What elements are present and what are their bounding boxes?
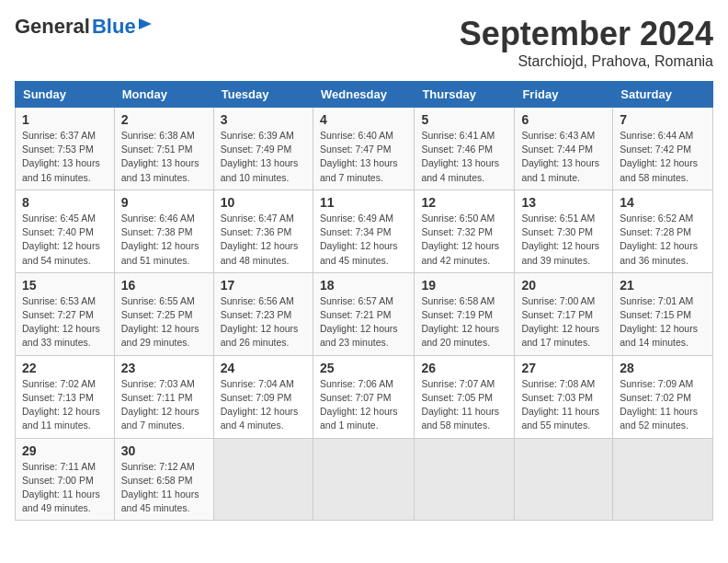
header-wednesday: Wednesday bbox=[313, 82, 414, 108]
day-cell: 11Sunrise: 6:49 AM Sunset: 7:34 PM Dayli… bbox=[313, 190, 414, 272]
week-row-4: 22Sunrise: 7:02 AM Sunset: 7:13 PM Dayli… bbox=[16, 355, 713, 438]
day-info: Sunrise: 7:04 AM Sunset: 7:09 PM Dayligh… bbox=[221, 377, 306, 433]
day-number: 25 bbox=[320, 361, 407, 375]
day-number: 10 bbox=[221, 195, 306, 210]
day-cell: 9Sunrise: 6:46 AM Sunset: 7:38 PM Daylig… bbox=[114, 190, 213, 272]
day-cell bbox=[415, 438, 515, 521]
day-number: 9 bbox=[121, 195, 207, 210]
day-cell: 8Sunrise: 6:45 AM Sunset: 7:40 PM Daylig… bbox=[16, 190, 115, 272]
day-number: 26 bbox=[421, 361, 507, 375]
day-info: Sunrise: 6:50 AM Sunset: 7:32 PM Dayligh… bbox=[421, 212, 507, 268]
day-cell: 14Sunrise: 6:52 AM Sunset: 7:28 PM Dayli… bbox=[613, 190, 713, 272]
day-info: Sunrise: 7:01 AM Sunset: 7:15 PM Dayligh… bbox=[620, 294, 706, 350]
day-info: Sunrise: 6:40 AM Sunset: 7:47 PM Dayligh… bbox=[320, 129, 407, 185]
day-number: 11 bbox=[320, 195, 407, 210]
month-title: September 2024 bbox=[460, 15, 713, 53]
header-friday: Friday bbox=[515, 82, 613, 108]
day-number: 22 bbox=[22, 361, 108, 375]
day-number: 16 bbox=[121, 278, 207, 293]
day-number: 23 bbox=[121, 361, 207, 375]
day-info: Sunrise: 7:00 AM Sunset: 7:17 PM Dayligh… bbox=[521, 294, 606, 350]
title-block: September 2024 Starchiojd, Prahova, Roma… bbox=[460, 15, 713, 70]
week-row-2: 8Sunrise: 6:45 AM Sunset: 7:40 PM Daylig… bbox=[16, 190, 713, 272]
day-cell: 4Sunrise: 6:40 AM Sunset: 7:47 PM Daylig… bbox=[313, 108, 414, 190]
header-sunday: Sunday bbox=[16, 82, 115, 108]
week-row-5: 29Sunrise: 7:11 AM Sunset: 7:00 PM Dayli… bbox=[16, 438, 713, 521]
day-info: Sunrise: 6:52 AM Sunset: 7:28 PM Dayligh… bbox=[620, 212, 706, 268]
day-info: Sunrise: 6:58 AM Sunset: 7:19 PM Dayligh… bbox=[421, 294, 507, 350]
day-cell: 24Sunrise: 7:04 AM Sunset: 7:09 PM Dayli… bbox=[213, 355, 313, 438]
day-info: Sunrise: 6:49 AM Sunset: 7:34 PM Dayligh… bbox=[320, 212, 407, 268]
day-cell: 3Sunrise: 6:39 AM Sunset: 7:49 PM Daylig… bbox=[213, 108, 313, 190]
day-cell: 10Sunrise: 6:47 AM Sunset: 7:36 PM Dayli… bbox=[213, 190, 313, 272]
day-cell: 20Sunrise: 7:00 AM Sunset: 7:17 PM Dayli… bbox=[515, 272, 613, 355]
day-info: Sunrise: 6:45 AM Sunset: 7:40 PM Dayligh… bbox=[22, 212, 108, 268]
day-cell: 5Sunrise: 6:41 AM Sunset: 7:46 PM Daylig… bbox=[415, 108, 515, 190]
day-cell: 29Sunrise: 7:11 AM Sunset: 7:00 PM Dayli… bbox=[16, 438, 115, 521]
location-subtitle: Starchiojd, Prahova, Romania bbox=[460, 53, 713, 70]
calendar-table: SundayMondayTuesdayWednesdayThursdayFrid… bbox=[15, 81, 713, 521]
header-tuesday: Tuesday bbox=[213, 82, 313, 108]
day-number: 1 bbox=[22, 112, 108, 127]
day-number: 30 bbox=[121, 443, 207, 458]
day-cell bbox=[613, 438, 713, 521]
day-number: 24 bbox=[221, 361, 306, 375]
day-number: 21 bbox=[620, 278, 706, 293]
page-header: General Blue September 2024 Starchiojd, … bbox=[15, 15, 713, 70]
day-info: Sunrise: 6:38 AM Sunset: 7:51 PM Dayligh… bbox=[121, 129, 207, 185]
day-cell: 21Sunrise: 7:01 AM Sunset: 7:15 PM Dayli… bbox=[613, 272, 713, 355]
day-cell: 19Sunrise: 6:58 AM Sunset: 7:19 PM Dayli… bbox=[415, 272, 515, 355]
day-info: Sunrise: 6:53 AM Sunset: 7:27 PM Dayligh… bbox=[22, 294, 108, 350]
day-number: 19 bbox=[421, 278, 507, 293]
day-number: 6 bbox=[521, 112, 606, 127]
day-info: Sunrise: 6:39 AM Sunset: 7:49 PM Dayligh… bbox=[221, 129, 306, 185]
day-info: Sunrise: 6:43 AM Sunset: 7:44 PM Dayligh… bbox=[521, 129, 606, 185]
day-cell: 16Sunrise: 6:55 AM Sunset: 7:25 PM Dayli… bbox=[114, 272, 213, 355]
day-info: Sunrise: 7:11 AM Sunset: 7:00 PM Dayligh… bbox=[22, 460, 108, 516]
header-row: SundayMondayTuesdayWednesdayThursdayFrid… bbox=[16, 82, 713, 108]
day-number: 8 bbox=[22, 195, 108, 210]
day-cell: 23Sunrise: 7:03 AM Sunset: 7:11 PM Dayli… bbox=[114, 355, 213, 438]
day-info: Sunrise: 7:06 AM Sunset: 7:07 PM Dayligh… bbox=[320, 377, 407, 433]
day-number: 13 bbox=[521, 195, 606, 210]
day-cell: 7Sunrise: 6:44 AM Sunset: 7:42 PM Daylig… bbox=[613, 108, 713, 190]
day-number: 27 bbox=[521, 361, 606, 375]
svg-marker-0 bbox=[139, 18, 152, 29]
day-info: Sunrise: 6:51 AM Sunset: 7:30 PM Dayligh… bbox=[521, 212, 606, 268]
day-number: 18 bbox=[320, 278, 407, 293]
header-monday: Monday bbox=[114, 82, 213, 108]
day-cell: 17Sunrise: 6:56 AM Sunset: 7:23 PM Dayli… bbox=[213, 272, 313, 355]
day-info: Sunrise: 7:09 AM Sunset: 7:02 PM Dayligh… bbox=[620, 377, 706, 433]
day-cell: 6Sunrise: 6:43 AM Sunset: 7:44 PM Daylig… bbox=[515, 108, 613, 190]
day-cell bbox=[213, 438, 313, 521]
day-info: Sunrise: 6:57 AM Sunset: 7:21 PM Dayligh… bbox=[320, 294, 407, 350]
day-info: Sunrise: 7:03 AM Sunset: 7:11 PM Dayligh… bbox=[121, 377, 207, 433]
day-info: Sunrise: 7:12 AM Sunset: 6:58 PM Dayligh… bbox=[121, 460, 207, 516]
day-cell: 2Sunrise: 6:38 AM Sunset: 7:51 PM Daylig… bbox=[114, 108, 213, 190]
day-cell: 12Sunrise: 6:50 AM Sunset: 7:32 PM Dayli… bbox=[415, 190, 515, 272]
day-info: Sunrise: 6:41 AM Sunset: 7:46 PM Dayligh… bbox=[421, 129, 507, 185]
day-number: 28 bbox=[620, 361, 706, 375]
logo-arrow-icon bbox=[139, 17, 154, 31]
day-cell: 26Sunrise: 7:07 AM Sunset: 7:05 PM Dayli… bbox=[415, 355, 515, 438]
day-cell: 15Sunrise: 6:53 AM Sunset: 7:27 PM Dayli… bbox=[16, 272, 115, 355]
day-number: 4 bbox=[320, 112, 407, 127]
day-info: Sunrise: 6:55 AM Sunset: 7:25 PM Dayligh… bbox=[121, 294, 207, 350]
day-number: 12 bbox=[421, 195, 507, 210]
week-row-1: 1Sunrise: 6:37 AM Sunset: 7:53 PM Daylig… bbox=[16, 108, 713, 190]
day-cell: 13Sunrise: 6:51 AM Sunset: 7:30 PM Dayli… bbox=[515, 190, 613, 272]
day-number: 20 bbox=[521, 278, 606, 293]
day-cell: 28Sunrise: 7:09 AM Sunset: 7:02 PM Dayli… bbox=[613, 355, 713, 438]
day-number: 14 bbox=[620, 195, 706, 210]
day-cell bbox=[515, 438, 613, 521]
day-info: Sunrise: 7:07 AM Sunset: 7:05 PM Dayligh… bbox=[421, 377, 507, 433]
day-number: 5 bbox=[421, 112, 507, 127]
day-info: Sunrise: 6:56 AM Sunset: 7:23 PM Dayligh… bbox=[221, 294, 306, 350]
day-cell: 22Sunrise: 7:02 AM Sunset: 7:13 PM Dayli… bbox=[16, 355, 115, 438]
day-number: 17 bbox=[221, 278, 306, 293]
day-cell: 30Sunrise: 7:12 AM Sunset: 6:58 PM Dayli… bbox=[114, 438, 213, 521]
day-cell: 18Sunrise: 6:57 AM Sunset: 7:21 PM Dayli… bbox=[313, 272, 414, 355]
day-number: 3 bbox=[221, 112, 306, 127]
day-cell bbox=[313, 438, 414, 521]
day-info: Sunrise: 6:37 AM Sunset: 7:53 PM Dayligh… bbox=[22, 129, 108, 185]
